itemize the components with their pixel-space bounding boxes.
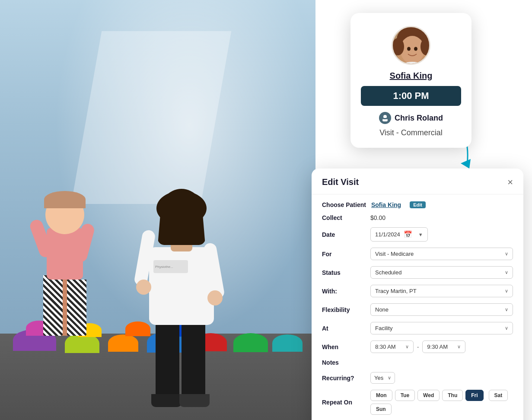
recurring-value: Yes	[374, 375, 383, 381]
status-label: Status	[322, 269, 365, 276]
end-time-dropdown[interactable]: 9:30 AM ∨	[422, 340, 465, 353]
notes-row: Notes	[322, 359, 513, 366]
when-label: When	[322, 344, 365, 350]
repeat-days-container: Mon Tue Wed Thu Fri Sat Sun	[370, 390, 513, 415]
with-row: With: Tracy Martin, PT ∨	[322, 285, 513, 297]
collect-row: Collect $0.00	[322, 214, 513, 221]
with-value: Tracy Martin, PT	[375, 288, 417, 294]
for-value: Visit - Medicare	[375, 251, 414, 257]
collect-value: $0.00	[370, 214, 513, 221]
svg-point-7	[383, 115, 387, 118]
recurring-dropdown[interactable]: Yes ∨	[370, 372, 395, 384]
close-button[interactable]: ×	[507, 178, 513, 187]
date-row: Date 11/1/2024 📅 ▼	[322, 227, 513, 242]
at-row: At Facility ∨	[322, 322, 513, 334]
when-row: When 8:30 AM ∨ - 9:30 AM ∨	[322, 340, 513, 353]
at-value: Facility	[375, 325, 392, 331]
with-dropdown-arrow: ∨	[505, 288, 508, 294]
with-label: With:	[322, 288, 365, 295]
svg-point-2	[400, 36, 424, 64]
status-dropdown[interactable]: Scheduled ∨	[370, 266, 513, 279]
choose-patient-row: Choose Patient Sofia King Edit	[322, 201, 513, 208]
modal-body: Choose Patient Sofia King Edit Collect $…	[312, 194, 523, 420]
flexibility-row: Flexibility None ∨	[322, 303, 513, 316]
svg-point-6	[414, 47, 417, 51]
status-row: Status Scheduled ∨	[322, 266, 513, 279]
patient-link[interactable]: Sofia King	[371, 201, 401, 208]
svg-point-5	[407, 47, 411, 51]
therapist-icon	[379, 112, 391, 124]
repeat-on-label: Repeat On	[322, 399, 365, 406]
svg-marker-10	[461, 159, 471, 169]
edit-tag[interactable]: Edit	[410, 201, 426, 208]
start-time-arrow: ∨	[405, 344, 409, 350]
for-dropdown[interactable]: Visit - Medicare ∨	[370, 248, 513, 260]
day-btn-thu[interactable]: Thu	[442, 390, 463, 401]
flexibility-dropdown[interactable]: None ∨	[370, 303, 513, 316]
for-dropdown-arrow: ∨	[505, 251, 508, 257]
with-dropdown[interactable]: Tracy Martin, PT ∨	[370, 285, 513, 297]
svg-rect-9	[383, 118, 387, 119]
card-therapist-row: Chris Roland	[379, 112, 443, 124]
modal-title: Edit Visit	[322, 177, 359, 187]
end-time-arrow: ∨	[457, 344, 461, 350]
edit-modal: Edit Visit × Choose Patient Sofia King E…	[312, 169, 523, 420]
date-dropdown-arrow: ▼	[418, 232, 423, 237]
for-row: For Visit - Medicare ∨	[322, 248, 513, 260]
day-btn-sun[interactable]: Sun	[370, 404, 392, 415]
patient-avatar	[392, 26, 430, 65]
repeat-on-row: Repeat On Mon Tue Wed Thu Fri Sat Sun	[322, 390, 513, 415]
day-btn-fri[interactable]: Fri	[465, 390, 483, 401]
time-separator: -	[417, 344, 419, 350]
calendar-icon: 📅	[404, 230, 412, 239]
appointment-card: Sofia King 1:00 PM Chris Roland Visit - …	[350, 13, 471, 148]
at-dropdown-arrow: ∨	[505, 325, 508, 331]
flexibility-value: None	[375, 306, 389, 313]
end-time-value: 9:30 AM	[427, 344, 448, 350]
start-time-value: 8:30 AM	[375, 344, 396, 350]
status-dropdown-arrow: ∨	[505, 270, 508, 275]
flexibility-label: Flexibility	[322, 306, 365, 313]
at-label: At	[322, 325, 365, 332]
flexibility-dropdown-arrow: ∨	[505, 307, 508, 312]
at-dropdown[interactable]: Facility ∨	[370, 322, 513, 334]
background-photo: Physiothe...	[0, 0, 315, 420]
day-btn-tue[interactable]: Tue	[395, 390, 415, 401]
date-field[interactable]: 11/1/2024 📅 ▼	[370, 227, 428, 242]
collect-label: Collect	[322, 214, 365, 221]
day-btn-mon[interactable]: Mon	[370, 390, 392, 401]
recurring-label: Recurring?	[322, 375, 365, 382]
notes-label: Notes	[322, 359, 365, 366]
recurring-dropdown-arrow: ∨	[388, 375, 391, 381]
start-time-dropdown[interactable]: 8:30 AM ∨	[370, 340, 414, 353]
day-btn-sat[interactable]: Sat	[489, 390, 508, 401]
time-range: 8:30 AM ∨ - 9:30 AM ∨	[370, 340, 513, 353]
modal-header: Edit Visit ×	[312, 169, 523, 194]
choose-patient-label: Choose Patient	[322, 201, 366, 208]
date-label: Date	[322, 231, 365, 238]
card-time-badge: 1:00 PM	[361, 86, 461, 106]
card-visit-type: Visit - Commercial	[379, 128, 443, 137]
recurring-row: Recurring? Yes ∨	[322, 372, 513, 384]
card-patient-name: Sofia King	[390, 71, 433, 81]
date-value: 11/1/2024	[375, 231, 400, 238]
for-label: For	[322, 251, 365, 258]
status-value: Scheduled	[375, 269, 401, 276]
day-btn-wed[interactable]: Wed	[417, 390, 440, 401]
card-therapist-name: Chris Roland	[395, 114, 443, 123]
